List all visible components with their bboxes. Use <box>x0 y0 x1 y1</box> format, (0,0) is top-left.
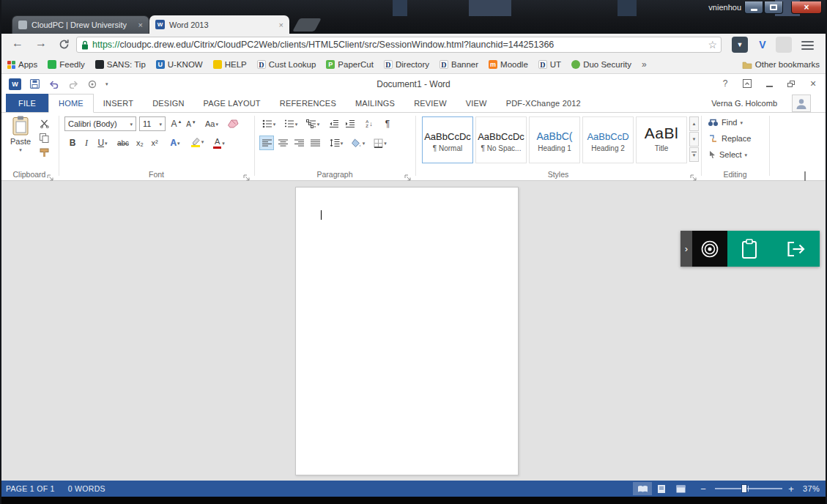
align-left-button[interactable] <box>259 136 274 150</box>
extension-icon-1[interactable]: ▼ <box>732 37 748 53</box>
apps-shortcut[interactable]: Apps <box>7 60 37 69</box>
grow-font-button[interactable]: A▲ <box>170 116 183 131</box>
clear-formatting-icon[interactable] <box>226 116 240 131</box>
highlight-button[interactable]: ▾ <box>188 134 207 149</box>
font-size-select[interactable]: 11 ▾ <box>139 116 166 131</box>
font-color-button[interactable]: A▾ <box>209 136 229 150</box>
replace-button[interactable]: Replace <box>708 134 751 143</box>
word-minimize-button[interactable] <box>761 77 777 90</box>
bookmark-cust-lookup[interactable]: DCust Lookup <box>257 60 316 69</box>
bookmark-sans-tip[interactable]: SANS: Tip <box>95 60 146 69</box>
style-normal[interactable]: AaBbCcDc ¶ Normal <box>422 116 473 163</box>
text-effects-button[interactable]: A▾ <box>166 136 185 150</box>
document-page[interactable] <box>295 187 519 475</box>
increase-indent-icon[interactable] <box>343 116 357 131</box>
style-heading-2[interactable]: AaBbCcD Heading 2 <box>582 116 634 163</box>
tab-page-layout[interactable]: PAGE LAYOUT <box>194 94 270 112</box>
paragraph-dialog-launcher-icon[interactable] <box>404 171 411 177</box>
style-title[interactable]: AaBl Title <box>636 116 687 163</box>
font-name-select[interactable]: Calibri (Body) ▾ <box>64 116 136 131</box>
new-tab-button[interactable] <box>292 18 322 32</box>
tab-mailings[interactable]: MAILINGS <box>346 94 404 112</box>
zoom-slider-thumb[interactable] <box>741 484 747 493</box>
os-maximize-button[interactable] <box>764 1 783 14</box>
tab-review[interactable]: REVIEW <box>404 94 456 112</box>
styles-scroll-up-button[interactable]: ▲ <box>689 116 699 131</box>
tab-references[interactable]: REFERENCES <box>270 94 346 112</box>
find-button[interactable]: Find ▾ <box>708 118 743 127</box>
superscript-button[interactable]: x² <box>148 136 161 150</box>
avatar[interactable] <box>792 94 811 112</box>
zoom-out-button[interactable]: − <box>700 483 706 494</box>
word-count[interactable]: 0 WORDS <box>68 484 105 493</box>
style-no-spacing[interactable]: AaBbCcDc ¶ No Spac... <box>475 116 527 163</box>
tab-file[interactable]: FILE <box>6 94 48 112</box>
extension-icon-3[interactable] <box>776 37 792 53</box>
bookmark-u-know[interactable]: UU-KNOW <box>156 60 203 69</box>
signed-in-user[interactable]: Verna G. Holcomb <box>711 99 777 108</box>
citrix-toolbar-grip[interactable]: › <box>680 231 692 267</box>
show-formatting-marks-button[interactable]: ¶ <box>381 116 394 131</box>
read-mode-button[interactable] <box>633 482 652 495</box>
bookmark-directory[interactable]: DDirectory <box>384 60 429 69</box>
align-right-button[interactable] <box>292 136 306 150</box>
styles-dialog-launcher-icon[interactable] <box>690 171 697 177</box>
ribbon-display-options-icon[interactable] <box>739 77 755 90</box>
styles-more-button[interactable]: ▼ <box>689 147 699 162</box>
tab-close-icon[interactable]: × <box>138 21 143 29</box>
bookmark-duo-security[interactable]: Duo Security <box>571 60 631 69</box>
zoom-slider[interactable] <box>715 488 782 489</box>
bookmark-banner[interactable]: DBanner <box>440 60 478 69</box>
menu-icon[interactable] <box>801 39 814 52</box>
zoom-in-button[interactable]: + <box>788 483 794 494</box>
numbering-button[interactable]: ▾ <box>281 116 300 131</box>
tab-home[interactable]: HOME <box>48 94 94 113</box>
font-dialog-launcher-icon[interactable] <box>243 171 250 177</box>
os-close-button[interactable]: × <box>791 1 822 14</box>
decrease-indent-icon[interactable] <box>327 116 341 131</box>
shading-button[interactable]: ▾ <box>349 136 368 150</box>
select-button[interactable]: Select ▾ <box>708 150 747 159</box>
shrink-font-button[interactable]: A▼ <box>185 116 198 131</box>
bookmark-feedly[interactable]: Feedly <box>48 60 85 69</box>
bookmark-ut[interactable]: DUT <box>538 60 561 69</box>
tab-design[interactable]: DESIGN <box>143 94 193 112</box>
justify-button[interactable] <box>308 136 322 150</box>
zoom-level[interactable]: 37% <box>803 484 820 493</box>
document-canvas[interactable] <box>0 181 827 481</box>
print-layout-button[interactable] <box>652 482 671 495</box>
word-restore-button[interactable] <box>783 77 799 90</box>
style-heading-1[interactable]: AaBbC( Heading 1 <box>529 116 580 163</box>
bookmark-papercut[interactable]: PPaperCut <box>326 60 374 69</box>
clipboard-dialog-launcher-icon[interactable] <box>47 171 53 177</box>
align-center-button[interactable] <box>275 136 290 150</box>
underline-button[interactable]: U▾ <box>94 136 111 150</box>
styles-scroll-down-button[interactable]: ▼ <box>689 132 699 147</box>
sign-out-icon[interactable] <box>786 240 806 258</box>
bookmark-star-icon[interactable]: ☆ <box>708 39 717 51</box>
italic-button[interactable]: I <box>81 136 92 150</box>
line-spacing-button[interactable]: ▾ <box>327 136 346 150</box>
refresh-icon[interactable] <box>59 39 70 53</box>
bold-button[interactable]: B <box>66 136 79 150</box>
citrix-beacon-button[interactable] <box>692 231 727 267</box>
multilevel-list-button[interactable]: ▾ <box>303 116 322 131</box>
web-layout-button[interactable] <box>671 482 690 495</box>
extension-icon-2[interactable]: V <box>754 37 771 53</box>
strikethrough-button[interactable]: abc <box>114 136 132 150</box>
tab-pdf-xchange[interactable]: PDF-XChange 2012 <box>497 94 590 112</box>
word-close-button[interactable]: × <box>805 77 821 90</box>
change-case-button[interactable]: Aa▾ <box>202 116 221 131</box>
os-minimize-button[interactable] <box>744 1 763 14</box>
format-painter-icon[interactable] <box>40 147 49 160</box>
browser-tab-cloudpc[interactable]: CloudPC | Drew University × <box>12 15 149 34</box>
tab-close-icon[interactable]: × <box>279 21 283 29</box>
clipboard-icon[interactable] <box>741 239 757 259</box>
back-icon[interactable]: ← <box>12 37 23 49</box>
subscript-button[interactable]: x₂ <box>133 136 147 150</box>
other-bookmarks[interactable]: Other bookmarks <box>742 60 820 69</box>
forward-icon[interactable]: → <box>35 37 47 49</box>
tab-insert[interactable]: INSERT <box>94 94 143 112</box>
paste-button[interactable]: Paste ▾ <box>6 116 35 166</box>
page-indicator[interactable]: PAGE 1 OF 1 <box>6 484 55 493</box>
